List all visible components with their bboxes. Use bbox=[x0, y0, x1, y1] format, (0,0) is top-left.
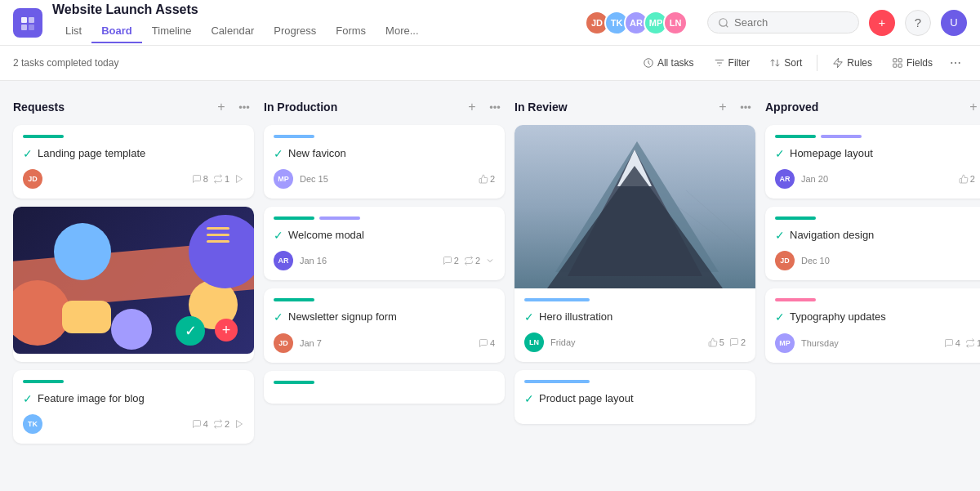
svg-point-10 bbox=[951, 62, 952, 64]
card-meta: 2 bbox=[479, 174, 495, 184]
search-box[interactable] bbox=[707, 11, 859, 33]
board: Requests + ••• ✓ Landing page template J… bbox=[0, 81, 980, 480]
fields-button[interactable]: Fields bbox=[884, 53, 941, 73]
column-menu-in-production[interactable]: ••• bbox=[485, 97, 505, 117]
card-footer: AR Jan 16 2 2 bbox=[274, 251, 495, 270]
meta-play[interactable] bbox=[234, 174, 244, 184]
card-date: Jan 20 bbox=[801, 174, 952, 184]
toolbar-divider bbox=[817, 55, 817, 71]
add-card-approved[interactable]: + bbox=[964, 97, 980, 117]
mountain-image-svg bbox=[514, 125, 755, 288]
card-tags bbox=[524, 380, 746, 383]
tab-progress[interactable]: Progress bbox=[264, 20, 326, 43]
more-options-button[interactable] bbox=[944, 52, 967, 74]
tasks-completed-status: 2 tasks completed today bbox=[13, 57, 625, 69]
add-card-in-review[interactable]: + bbox=[713, 97, 733, 117]
meta-play[interactable] bbox=[234, 419, 244, 429]
comment-icon bbox=[729, 337, 739, 347]
sort-button[interactable]: Sort bbox=[761, 53, 810, 73]
meta-comments: 4 bbox=[944, 338, 960, 348]
add-button[interactable]: + bbox=[869, 10, 895, 36]
card-title: Navigation design bbox=[790, 228, 874, 243]
rules-button[interactable]: Rules bbox=[824, 53, 880, 73]
meta-comments: 8 bbox=[192, 174, 208, 184]
meta-subtasks: 2 bbox=[213, 419, 229, 429]
column-header-requests: Requests + ••• bbox=[13, 94, 254, 125]
meta-likes: 2 bbox=[959, 174, 975, 184]
ellipsis-icon bbox=[949, 56, 962, 69]
meta-comments: 2 bbox=[729, 337, 746, 347]
card-avatar: LN bbox=[524, 333, 544, 352]
user-avatar[interactable]: U bbox=[941, 10, 967, 36]
check-icon: ✓ bbox=[775, 147, 785, 160]
subtask-count: 1 bbox=[225, 174, 229, 184]
card-title-row: ✓ Hero illustration bbox=[524, 310, 746, 324]
add-card-in-production[interactable]: + bbox=[462, 97, 482, 117]
column-menu-requests[interactable]: ••• bbox=[234, 97, 254, 117]
tag-green bbox=[23, 135, 64, 138]
card-new-favicon: ✓ New favicon MP Dec 15 2 bbox=[264, 125, 505, 199]
check-icon: ✓ bbox=[524, 310, 534, 324]
mountain-image-container bbox=[514, 125, 755, 288]
tag-green bbox=[775, 216, 816, 220]
tab-timeline[interactable]: Timeline bbox=[142, 20, 202, 43]
card-welcome-modal: ✓ Welcome modal AR Jan 16 2 2 bbox=[264, 207, 505, 280]
comment-count: 4 bbox=[490, 338, 495, 348]
card-product-page-layout: ✓ Product page layout bbox=[514, 370, 755, 424]
column-menu-in-review[interactable]: ••• bbox=[736, 97, 755, 117]
nav-tabs: List Board Timeline Calendar Progress Fo… bbox=[56, 19, 429, 42]
all-tasks-button[interactable]: All tasks bbox=[635, 53, 702, 73]
card-avatar: JD bbox=[775, 251, 795, 270]
card-footer: JD Jan 7 4 bbox=[274, 333, 495, 353]
team-avatars: JD TK AR MP LN bbox=[585, 11, 688, 35]
fields-label: Fields bbox=[906, 57, 933, 69]
card-tags bbox=[274, 216, 495, 220]
card-tags bbox=[775, 135, 980, 138]
column-title-in-review: In Review bbox=[514, 100, 708, 114]
card-partial-bottom bbox=[264, 371, 505, 404]
tag-green bbox=[274, 216, 314, 220]
card-feature-image-blog: ✓ Feature image for blog TK 4 2 bbox=[13, 370, 254, 444]
card-title-row: ✓ Product page layout bbox=[524, 391, 746, 406]
meta-likes: 2 bbox=[479, 174, 495, 184]
card-typography-updates: ✓ Typography updates MP Thursday 4 1 bbox=[765, 288, 980, 362]
card-meta: 8 1 bbox=[192, 174, 244, 184]
search-icon bbox=[718, 17, 729, 29]
card-newsletter-signup: ✓ Newsletter signup form JD Jan 7 4 bbox=[264, 288, 505, 362]
tab-list[interactable]: List bbox=[56, 20, 91, 43]
filter-button[interactable]: Filter bbox=[706, 53, 759, 73]
card-meta: 4 2 bbox=[192, 419, 244, 429]
like-count: 2 bbox=[490, 174, 495, 184]
tab-calendar[interactable]: Calendar bbox=[201, 20, 264, 43]
card-date: Thursday bbox=[801, 338, 938, 348]
meta-dropdown[interactable] bbox=[485, 256, 495, 266]
comment-count: 2 bbox=[454, 256, 459, 266]
meta-subtasks: 2 bbox=[464, 256, 480, 266]
card-date: Dec 15 bbox=[300, 174, 472, 184]
tab-more[interactable]: More... bbox=[376, 20, 428, 43]
comment-count: 8 bbox=[203, 174, 208, 184]
column-actions-in-review: + ••• bbox=[713, 97, 755, 117]
card-avatar: AR bbox=[775, 169, 795, 189]
tag-green bbox=[274, 298, 314, 301]
card-title-row: ✓ Navigation design bbox=[775, 228, 980, 243]
tab-board[interactable]: Board bbox=[91, 20, 142, 43]
tab-forms[interactable]: Forms bbox=[326, 20, 376, 43]
card-date: Jan 16 bbox=[300, 256, 436, 266]
svg-rect-7 bbox=[898, 59, 902, 62]
app-title: Website Launch Assets bbox=[52, 2, 429, 17]
check-icon: ✓ bbox=[274, 147, 283, 160]
card-meta: 4 bbox=[479, 338, 495, 348]
avatar-5: LN bbox=[663, 11, 688, 35]
card-date: Jan 7 bbox=[300, 338, 472, 348]
column-header-in-review: In Review + ••• bbox=[514, 94, 755, 125]
svg-marker-14 bbox=[237, 421, 243, 428]
circle-icon bbox=[643, 57, 654, 69]
add-card-requests[interactable]: + bbox=[212, 97, 231, 117]
svg-rect-3 bbox=[29, 25, 34, 30]
card-title: Homepage layout bbox=[790, 146, 873, 161]
chevron-down-icon bbox=[485, 256, 495, 266]
search-input[interactable] bbox=[734, 16, 849, 29]
help-button[interactable]: ? bbox=[905, 10, 931, 36]
card-title: Newsletter signup form bbox=[288, 310, 397, 324]
